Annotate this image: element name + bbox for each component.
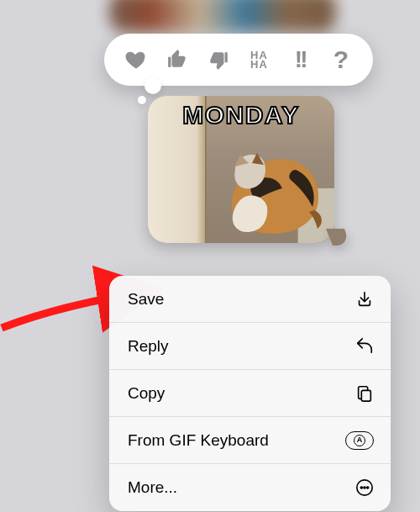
menu-item-label: Copy [128, 384, 165, 403]
svg-point-4 [367, 487, 369, 488]
bubble-tail [326, 229, 351, 245]
ellipsis-circle-icon [352, 477, 374, 499]
menu-item-label: Reply [128, 337, 169, 356]
tapback-thumbs-up-icon[interactable] [164, 46, 191, 73]
svg-point-3 [364, 487, 365, 488]
gif-caption: MONDAY [148, 101, 334, 129]
menu-item-label: From GIF Keyboard [128, 431, 269, 450]
tapback-question-text: ? [333, 45, 349, 74]
svg-point-2 [360, 487, 362, 488]
tapback-haha-text: HA HA [245, 50, 272, 69]
cat-illustration [215, 145, 326, 239]
menu-item-more[interactable]: More... [109, 464, 391, 511]
tapback-thumbs-down-icon[interactable] [205, 46, 232, 73]
context-menu: Save Reply Copy From GIF Keyboard A [109, 276, 391, 511]
menu-item-gif-keyboard[interactable]: From GIF Keyboard A [109, 417, 391, 464]
menu-item-copy[interactable]: Copy [109, 370, 391, 417]
menu-item-label: More... [128, 478, 177, 497]
menu-item-save[interactable]: Save [109, 276, 391, 323]
svg-rect-0 [361, 390, 370, 401]
message-bubble[interactable]: MONDAY [148, 96, 334, 243]
reply-icon [352, 335, 374, 357]
download-icon [352, 288, 374, 310]
menu-item-label: Save [128, 290, 164, 309]
menu-item-reply[interactable]: Reply [109, 323, 391, 370]
tapback-haha-icon[interactable]: HA HA [245, 46, 272, 73]
previous-message-blurred [109, 0, 336, 32]
tapback-bar: HA HA !! ? [104, 34, 373, 86]
tapback-emphasize-icon[interactable]: !! [286, 46, 313, 73]
app-store-icon: A [352, 430, 374, 451]
tapback-emphasize-text: !! [295, 46, 306, 73]
tapback-question-icon[interactable]: ? [328, 46, 354, 73]
tapback-heart-icon[interactable] [123, 46, 150, 73]
copy-icon [352, 383, 374, 404]
